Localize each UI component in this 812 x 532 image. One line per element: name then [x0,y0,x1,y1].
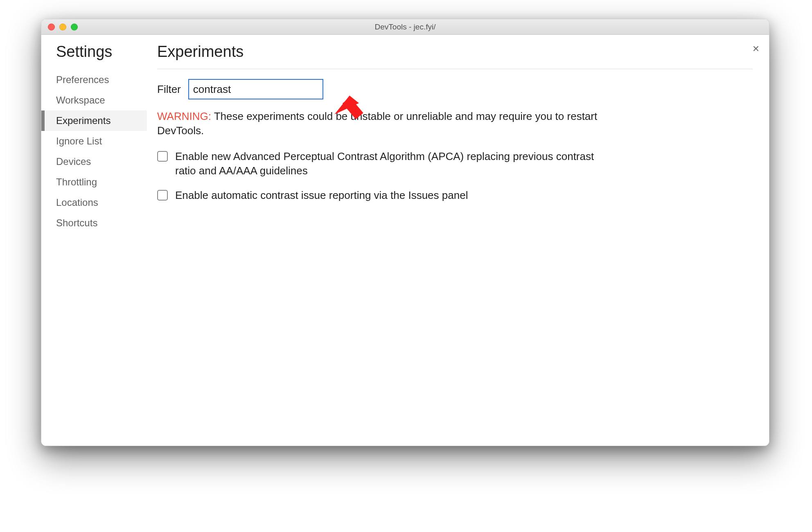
maximize-window-icon[interactable] [71,23,78,30]
experiment-label[interactable]: Enable automatic contrast issue reportin… [175,188,468,202]
warning-body: These experiments could be unstable or u… [157,110,597,137]
close-window-icon[interactable] [48,23,55,30]
window-controls [48,23,78,30]
sidebar-item-label: Locations [56,197,98,208]
sidebar-item-label: Shortcuts [56,217,97,228]
titlebar: DevTools - jec.fyi/ [41,19,769,35]
sidebar-item-preferences[interactable]: Preferences [54,70,147,90]
sidebar-item-experiments[interactable]: Experiments [41,110,147,131]
filter-input[interactable] [188,79,323,99]
experiment-row: Enable new Advanced Perceptual Contrast … [157,149,607,178]
sidebar-item-label: Devices [56,156,91,167]
sidebar-item-locations[interactable]: Locations [54,192,147,213]
experiment-label[interactable]: Enable new Advanced Perceptual Contrast … [175,149,607,178]
settings-sidebar: Settings Preferences Workspace Experimen… [41,35,147,446]
close-icon[interactable]: × [753,43,759,54]
sidebar-item-workspace[interactable]: Workspace [54,90,147,110]
sidebar-item-shortcuts[interactable]: Shortcuts [54,213,147,233]
sidebar-item-devices[interactable]: Devices [54,151,147,172]
window-title: DevTools - jec.fyi/ [375,23,436,32]
sidebar-item-label: Workspace [56,95,105,106]
devtools-window: DevTools - jec.fyi/ × Settings Preferenc… [41,19,769,446]
sidebar-item-label: Ignore List [56,135,102,147]
page-title: Experiments [157,43,753,61]
filter-row: Filter [157,79,753,99]
title-divider [157,69,753,69]
warning-prefix: WARNING: [157,110,211,122]
warning-text: WARNING: These experiments could be unst… [157,109,599,138]
sidebar-title: Settings [54,43,147,61]
sidebar-item-ignore-list[interactable]: Ignore List [54,131,147,151]
minimize-window-icon[interactable] [59,23,66,30]
experiment-checkbox[interactable] [157,190,168,201]
sidebar-item-label: Throttling [56,176,97,187]
sidebar-item-label: Preferences [56,74,109,85]
settings-panel: × Settings Preferences Workspace Experim… [41,35,769,446]
sidebar-item-label: Experiments [56,115,111,126]
sidebar-item-throttling[interactable]: Throttling [54,172,147,192]
experiment-checkbox[interactable] [157,151,168,162]
main-content: Experiments Filter WARNING: These experi… [147,35,769,446]
experiment-row: Enable automatic contrast issue reportin… [157,188,607,202]
filter-label: Filter [157,83,181,96]
